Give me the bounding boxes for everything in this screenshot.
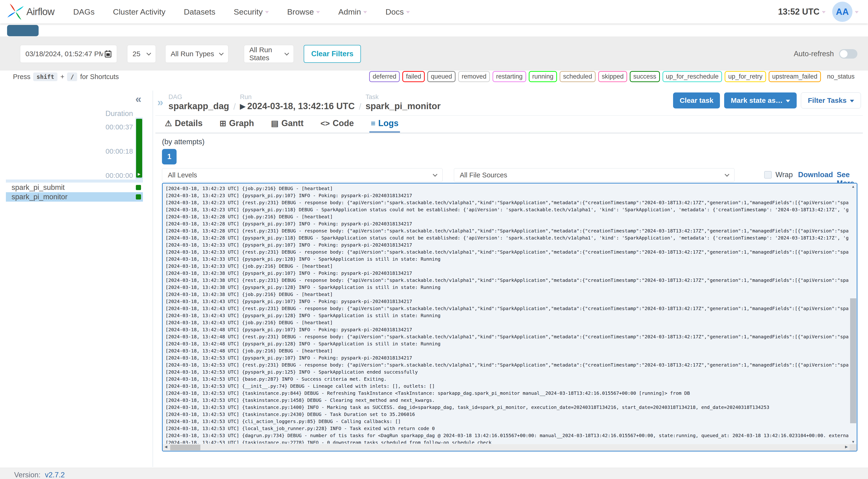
state-badge[interactable]: success	[630, 71, 660, 82]
chevron-down-icon	[265, 11, 269, 13]
scroll-down-icon[interactable]: ▼	[850, 440, 857, 444]
state-badge[interactable]: skipped	[598, 71, 627, 82]
mark-state-button[interactable]: Mark state as…	[724, 92, 797, 108]
tab-label: Graph	[229, 118, 254, 128]
nav-menu-item[interactable]: Admin	[338, 7, 367, 17]
nav-menu-item[interactable]: Security	[234, 7, 269, 17]
breadcrumb-run-value[interactable]: ▶ 2024-03-18, 13:42:16 UTC	[240, 101, 354, 111]
user-menu[interactable]: AA	[832, 2, 859, 22]
log-viewer[interactable]: [2024-03-18, 13:42:23 UTC] {job.py:216} …	[162, 183, 858, 451]
vertical-scrollbar[interactable]: ▲ ▼	[850, 184, 857, 444]
auto-refresh-toggle[interactable]	[839, 49, 858, 59]
tab-icon: ⊞	[220, 119, 226, 128]
tab-label: Code	[333, 118, 354, 128]
nav-menu-item[interactable]: DAGs	[73, 7, 95, 17]
log-line: [2024-03-18, 13:42:43 UTC] {job.py:216} …	[165, 319, 848, 326]
log-line: [2024-03-18, 13:42:38 UTC] {rest.py:231}…	[165, 277, 848, 284]
clear-task-button[interactable]: Clear task	[673, 92, 720, 108]
base-date-picker[interactable]	[20, 45, 117, 63]
state-badge[interactable]: queued	[427, 71, 456, 82]
filter-tasks-button[interactable]: Filter Tasks	[801, 92, 861, 108]
scroll-left-icon[interactable]: ◀	[164, 445, 167, 449]
task-instance-status-square[interactable]	[136, 194, 141, 199]
cropped-task-instance-button[interactable]	[7, 25, 39, 36]
tab[interactable]: ⚠ Details	[165, 118, 203, 132]
log-line: [2024-03-18, 13:42:53 UTC] {base.py:287}…	[165, 376, 848, 383]
tab[interactable]: ≡ Logs	[371, 118, 399, 132]
log-line: [2024-03-18, 13:42:33 UTC] {pyspark_pi.p…	[165, 242, 848, 249]
task-row[interactable]: spark_pi_monitor	[6, 192, 143, 202]
chevron-down-icon	[822, 11, 826, 13]
state-badge[interactable]: running	[529, 71, 557, 82]
log-line: [2024-03-18, 13:42:48 UTC] {pyspark_pi.p…	[165, 326, 848, 333]
log-levels-value: All Levels	[168, 171, 197, 179]
slash-key: /	[67, 72, 77, 81]
airflow-logo[interactable]: Airflow	[7, 3, 54, 21]
nav-menu-item[interactable]: Datasets	[184, 7, 215, 17]
state-badge[interactable]: deferred	[369, 71, 400, 82]
log-line: [2024-03-18, 13:42:53 UTC] {taskinstance…	[165, 439, 848, 444]
state-badge[interactable]: restarting	[493, 71, 526, 82]
tab[interactable]: ▤ Gantt	[271, 118, 304, 132]
horizontal-scrollbar[interactable]: ◀ ▶	[163, 444, 850, 451]
log-line: [2024-03-18, 13:42:48 UTC] {job.py:216} …	[165, 347, 848, 354]
attempt-1-button[interactable]: 1	[162, 149, 177, 164]
base-date-input[interactable]	[25, 50, 103, 58]
state-badge[interactable]: removed	[458, 71, 490, 82]
state-badge[interactable]: up_for_retry	[725, 71, 766, 82]
page-size-value: 25	[132, 50, 140, 58]
collapse-sidebar-icon[interactable]: «	[135, 92, 142, 105]
chevron-down-icon	[786, 100, 790, 102]
scrollbar-corner	[850, 444, 857, 451]
run-types-select[interactable]: All Run Types	[165, 45, 228, 63]
log-line: [2024-03-18, 13:42:53 UTC] {pyspark_pi.p…	[165, 354, 848, 361]
clock-menu[interactable]: 13:52 UTC	[778, 7, 826, 17]
file-sources-select[interactable]: All File Sources	[454, 168, 735, 182]
header-divider	[155, 115, 863, 116]
breadcrumb-dag-value[interactable]: sparkapp_dag	[168, 101, 229, 111]
nav-menu-item-label: Docs	[385, 7, 404, 17]
scroll-right-icon[interactable]: ▶	[845, 445, 848, 449]
log-line: [2024-03-18, 13:42:33 UTC] {rest.py:231}…	[165, 249, 848, 255]
download-logs-link[interactable]: Download	[798, 170, 833, 179]
run-duration-bar[interactable]: ▶	[136, 119, 142, 178]
state-badge[interactable]: up_for_reschedule	[662, 71, 722, 82]
scroll-up-icon[interactable]: ▲	[850, 185, 857, 188]
task-instance-status-square[interactable]	[136, 185, 141, 190]
expand-breadcrumb-icon[interactable]: »	[157, 96, 163, 108]
version-link[interactable]: v2.7.2	[45, 471, 65, 479]
task-detail-panel: » DAG sparkapp_dag / Run ▶ 2024-03-18, 1…	[155, 91, 868, 467]
tab[interactable]: <> Code	[320, 118, 354, 132]
state-badge[interactable]: upstream_failed	[769, 71, 821, 82]
nav-menu-item[interactable]: Browse	[287, 7, 320, 17]
nav-menu-item-label: Cluster Activity	[113, 7, 165, 17]
state-badge[interactable]: scheduled	[560, 71, 596, 82]
chevron-down-icon	[433, 172, 437, 177]
tab-label: Gantt	[281, 118, 304, 128]
nav-menu-item[interactable]: Cluster Activity	[113, 7, 165, 17]
nav-menu-item-label: Browse	[287, 7, 314, 17]
manual-run-icon: ▶	[138, 172, 141, 176]
tab-icon: ▤	[271, 119, 279, 128]
run-states-select[interactable]: All Run States	[244, 45, 294, 63]
nav-menu-item-label: DAGs	[73, 7, 95, 17]
log-levels-select[interactable]: All Levels	[162, 168, 443, 182]
vertical-scroll-thumb[interactable]	[850, 298, 856, 423]
task-row[interactable]: spark_pi_submit	[6, 183, 143, 192]
nav-menu-item[interactable]: Docs	[385, 7, 410, 17]
tab[interactable]: ⊞ Graph	[220, 118, 254, 132]
state-badge[interactable]: no_status	[824, 71, 858, 82]
run-type-icon: ▶	[240, 102, 245, 110]
clear-filters-button[interactable]: Clear Filters	[304, 45, 361, 63]
task-list: spark_pi_submit spark_pi_monitor	[6, 183, 143, 202]
chevron-down-icon	[147, 51, 151, 56]
log-line: [2024-03-18, 13:42:53 UTC] {cli_action_l…	[165, 418, 848, 425]
auto-refresh-label: Auto-refresh	[794, 50, 834, 58]
breadcrumb-dag-label: DAG	[168, 93, 229, 101]
state-badge[interactable]: failed	[402, 71, 425, 82]
log-line: [2024-03-18, 13:42:23 UTC] {pyspark_pi.p…	[165, 206, 848, 213]
page-size-select[interactable]: 25	[127, 45, 156, 63]
wrap-checkbox[interactable]	[764, 171, 772, 179]
horizontal-scroll-thumb[interactable]	[170, 445, 200, 450]
log-line: [2024-03-18, 13:42:53 UTC] {pyspark_pi.p…	[165, 369, 848, 376]
